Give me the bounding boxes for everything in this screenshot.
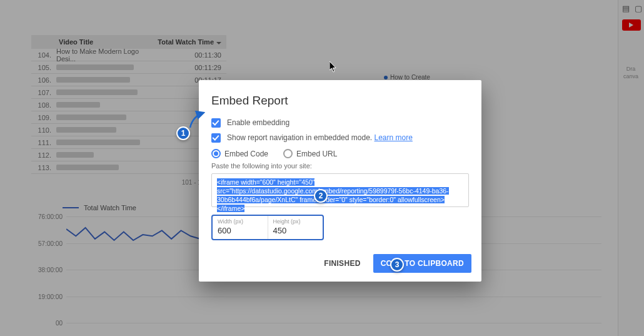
legend-line-icon [63,207,79,208]
drag-hint: Dra canva [620,65,641,80]
table-row[interactable]: 107. [31,86,226,99]
annotation-badge-2: 2 [314,189,328,203]
enable-embedding-label: Enable embedding [227,118,289,128]
enable-embedding-checkbox[interactable] [211,118,221,128]
table-row[interactable]: 112. [31,149,226,161]
mouse-cursor-icon [330,61,337,75]
table-row[interactable]: 113. [31,161,226,174]
list-icon: ▤ [622,4,630,13]
show-navigation-label: Show report navigation in embedded mode. [227,133,372,142]
embed-report-dialog: Embed Report Enable embedding Show repor… [199,80,481,282]
right-tool-rail: ▤ ▢ Dra canva [618,0,644,336]
embed-code-textarea[interactable]: <iframe width="600" height="450" src="ht… [211,173,469,207]
height-label: Height (px) [273,218,318,225]
table-row[interactable]: 111. [31,136,226,149]
paste-instruction: Paste the following into your site: [211,162,469,170]
embed-code-radio[interactable]: Embed Code [211,149,268,158]
radio-on-icon [211,149,221,158]
radio-off-icon [283,149,293,158]
table-row[interactable]: 105.00:11:29 [31,61,226,74]
sort-desc-icon [216,42,221,44]
pagination-text: 101 - 196 / 196 [31,174,226,186]
embed-url-radio[interactable]: Embed URL [283,149,337,158]
height-input[interactable]: 450 [273,226,318,235]
annotation-arrow-icon [186,109,208,130]
youtube-icon [622,19,641,31]
width-input[interactable]: 600 [218,226,263,235]
copy-to-clipboard-button[interactable]: COPY TO CLIPBOARD [373,254,471,273]
col-video-title[interactable]: Video Title [56,38,151,46]
finished-button[interactable]: FINISHED [318,254,366,273]
table-row[interactable]: 104.How to Make Modern Logo Desi...00:11… [31,49,226,61]
table-row[interactable]: 106.00:11:17 [31,74,226,86]
grid-icon: ▢ [635,4,642,13]
col-watch-time[interactable]: Total Watch Time [151,38,226,46]
annotation-badge-3: 3 [390,258,404,272]
dialog-title: Embed Report [211,94,469,108]
learn-more-link[interactable]: Learn more [375,133,413,142]
show-navigation-checkbox[interactable] [211,133,221,143]
dimensions-group: Width (px) 600 Height (px) 450 [211,215,324,240]
legend-dot-icon [384,76,388,79]
width-label: Width (px) [218,218,263,225]
annotation-badge-1: 1 [176,126,190,140]
